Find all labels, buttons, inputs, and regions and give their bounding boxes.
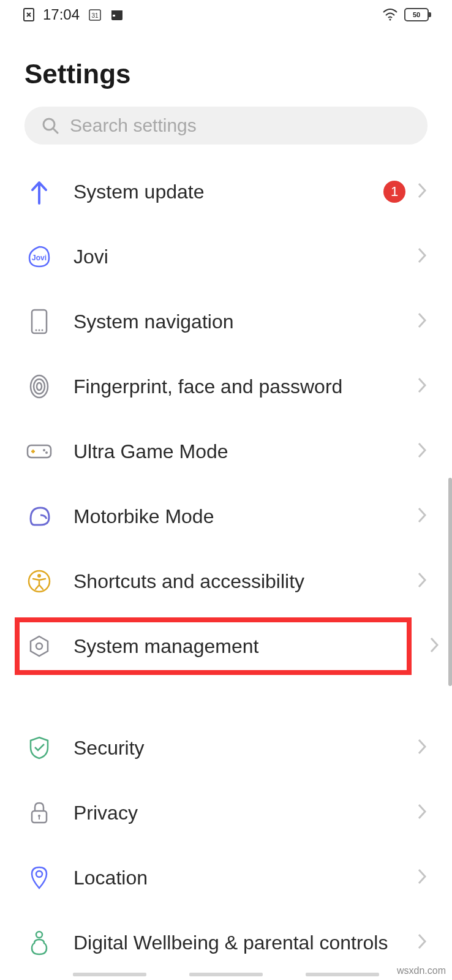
phone-nav-icon xyxy=(24,307,54,336)
item-shortcuts[interactable]: Shortcuts and accessibility xyxy=(0,549,452,614)
svg-point-13 xyxy=(42,330,43,331)
item-system-management[interactable]: System management xyxy=(11,614,415,679)
svg-point-12 xyxy=(39,330,40,331)
status-time: 17:04 xyxy=(43,6,80,23)
chevron-right-icon xyxy=(416,506,428,527)
chevron-right-icon xyxy=(416,311,428,332)
chevron-right-icon xyxy=(416,376,428,397)
svg-point-24 xyxy=(38,815,40,817)
helmet-icon xyxy=(24,502,54,531)
sim-x-icon xyxy=(23,8,34,21)
fingerprint-icon xyxy=(24,372,54,401)
status-bar: 17:04 31 50 xyxy=(0,0,452,29)
chevron-right-icon xyxy=(416,246,428,267)
chevron-right-icon xyxy=(416,441,428,462)
calendar-icon: 31 xyxy=(88,8,102,21)
arrow-up-icon xyxy=(24,177,54,206)
gamepad-icon xyxy=(24,437,54,466)
item-system-update[interactable]: System update 1 xyxy=(0,159,452,224)
item-label: System navigation xyxy=(73,311,416,333)
hex-gear-icon xyxy=(24,631,54,661)
status-right: 50 xyxy=(382,8,429,21)
svg-rect-4 xyxy=(111,10,122,13)
item-digital-wellbeing[interactable]: Digital Wellbeing & parental controls xyxy=(0,910,452,975)
chevron-right-icon xyxy=(416,737,428,758)
item-label: Ultra Game Mode xyxy=(73,440,416,463)
item-label: Privacy xyxy=(73,802,416,824)
svg-point-21 xyxy=(37,574,41,578)
jovi-icon: Jovi xyxy=(24,242,54,271)
search-input[interactable] xyxy=(70,115,410,136)
item-label: Location xyxy=(73,867,416,889)
chevron-right-icon xyxy=(416,802,428,823)
item-security[interactable]: Security xyxy=(0,715,452,780)
shield-icon xyxy=(24,733,54,763)
item-system-navigation[interactable]: System navigation xyxy=(0,289,452,354)
item-motorbike[interactable]: Motorbike Mode xyxy=(0,484,452,549)
page-title: Settings xyxy=(0,29,452,107)
scrollbar[interactable] xyxy=(448,478,452,686)
chevron-right-icon xyxy=(416,932,428,953)
watermark: wsxdn.com xyxy=(397,965,446,976)
item-label: System update xyxy=(73,181,383,203)
svg-point-19 xyxy=(45,451,48,454)
item-ultra-game[interactable]: Ultra Game Mode xyxy=(0,419,452,484)
pin-icon xyxy=(24,863,54,892)
svg-point-26 xyxy=(36,871,42,877)
item-label: Fingerprint, face and password xyxy=(73,375,416,398)
lock-icon xyxy=(24,798,54,827)
svg-point-27 xyxy=(36,932,42,938)
bottom-nav-indicator xyxy=(0,973,452,980)
svg-point-15 xyxy=(34,379,45,394)
item-label: Jovi xyxy=(73,246,416,268)
svg-text:31: 31 xyxy=(92,12,99,19)
item-label: Digital Wellbeing & parental controls xyxy=(73,932,416,954)
svg-rect-5 xyxy=(113,15,115,17)
search-box[interactable] xyxy=(24,107,428,145)
svg-point-16 xyxy=(37,383,42,390)
item-label: Motorbike Mode xyxy=(73,505,416,528)
svg-rect-17 xyxy=(28,445,51,458)
svg-point-18 xyxy=(43,449,45,451)
item-privacy[interactable]: Privacy xyxy=(0,780,452,845)
chevron-right-icon xyxy=(429,636,440,657)
item-location[interactable]: Location xyxy=(0,845,452,910)
search-icon xyxy=(42,117,59,134)
status-left: 17:04 31 xyxy=(23,6,124,23)
svg-line-8 xyxy=(53,129,58,133)
svg-point-22 xyxy=(36,643,42,649)
item-label: System management xyxy=(73,635,415,658)
calendar-filled-icon xyxy=(110,8,124,21)
accessibility-icon xyxy=(24,567,54,596)
settings-list: System update 1 Jovi Jovi System navigat… xyxy=(0,159,452,975)
svg-text:Jovi: Jovi xyxy=(32,254,47,262)
item-label: Security xyxy=(73,737,416,760)
heart-person-icon xyxy=(24,928,54,957)
wifi-icon xyxy=(382,9,398,21)
section-gap xyxy=(0,679,452,715)
chevron-right-icon xyxy=(416,181,428,202)
battery-icon: 50 xyxy=(404,8,429,21)
item-fingerprint[interactable]: Fingerprint, face and password xyxy=(0,354,452,419)
notification-badge: 1 xyxy=(383,181,405,203)
svg-point-11 xyxy=(36,330,37,331)
chevron-right-icon xyxy=(416,867,428,888)
item-jovi[interactable]: Jovi Jovi xyxy=(0,224,452,289)
chevron-right-icon xyxy=(416,571,428,592)
svg-point-6 xyxy=(390,19,391,21)
item-label: Shortcuts and accessibility xyxy=(73,570,416,593)
